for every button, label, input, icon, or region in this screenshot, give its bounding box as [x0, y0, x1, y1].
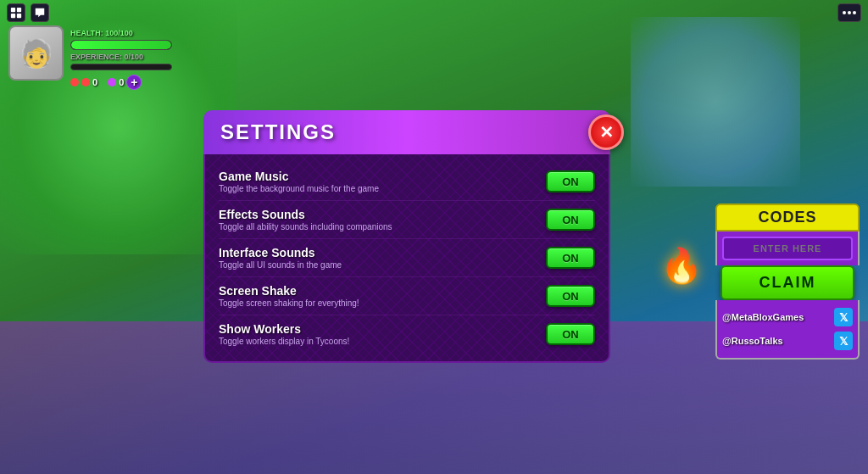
shield-count: 0	[119, 77, 124, 87]
topbar	[0, 0, 868, 25]
setting-text-3: Screen Shake Toggle screen shaking for e…	[219, 284, 546, 308]
avatar: 🧓	[8, 25, 64, 81]
health-bar	[71, 41, 171, 49]
health-label: HEALTH: 100/100	[70, 29, 172, 37]
twitter-icon-0[interactable]: 𝕏	[834, 308, 853, 326]
toggle-btn-2[interactable]: ON	[546, 247, 595, 269]
setting-text-0: Game Music Toggle the background music f…	[219, 170, 546, 193]
hud-stats: 0 0 +	[70, 75, 172, 90]
player-hud: 🧓 HEALTH: 100/100 EXPERIENCE: 0/100 0 0 …	[8, 25, 172, 90]
toggle-btn-4[interactable]: ON	[546, 323, 595, 345]
setting-name-4: Show Workers	[219, 322, 546, 336]
add-stat-button[interactable]: +	[126, 75, 142, 90]
social-name-1: @RussoTalks	[722, 336, 783, 346]
codes-panel: CODES CLAIM @MetaBloxGames 𝕏 @RussoTalks…	[715, 204, 860, 360]
heart-count: 0	[92, 77, 97, 87]
toggle-btn-1[interactable]: ON	[546, 209, 595, 231]
svg-point-4	[843, 11, 846, 14]
setting-desc-1: Toggle all ability sounds including comp…	[219, 222, 546, 231]
close-button[interactable]: ✕	[588, 114, 624, 150]
modal-header: SETTINGS ✕	[203, 110, 610, 154]
codes-input[interactable]	[722, 237, 853, 260]
chat-icon	[34, 7, 46, 19]
toggle-btn-3[interactable]: ON	[546, 285, 595, 307]
setting-desc-4: Toggle workers display in Tycoons!	[219, 337, 546, 346]
svg-point-5	[848, 11, 851, 14]
svg-rect-1	[17, 8, 21, 12]
more-icon	[842, 7, 857, 19]
claim-button[interactable]: CLAIM	[721, 265, 854, 300]
heart-dot	[70, 78, 79, 86]
svg-rect-0	[11, 8, 15, 12]
codes-title: CODES	[715, 204, 860, 231]
stat-shield: 0 +	[108, 75, 142, 90]
grid-icon	[10, 7, 22, 19]
avatar-image: 🧓	[19, 37, 53, 70]
modal-body: Game Music Toggle the background music f…	[203, 154, 610, 363]
codes-footer: @MetaBloxGames 𝕏 @RussoTalks 𝕏	[715, 300, 860, 360]
setting-row: Show Workers Toggle workers display in T…	[219, 315, 595, 353]
setting-row: Interface Sounds Toggle all UI sounds in…	[219, 239, 595, 277]
setting-desc-2: Toggle all UI sounds in the game	[219, 260, 546, 270]
toggle-btn-0[interactable]: ON	[546, 170, 595, 192]
chat-icon-button[interactable]	[31, 3, 49, 22]
social-row-1: @RussoTalks 𝕏	[722, 329, 853, 353]
grid-icon-button[interactable]	[7, 3, 25, 22]
setting-row: Game Music Toggle the background music f…	[219, 163, 595, 201]
svg-rect-2	[11, 14, 15, 18]
shield-dot	[108, 78, 116, 86]
setting-name-0: Game Music	[219, 170, 546, 183]
social-row-0: @MetaBloxGames 𝕏	[722, 305, 853, 329]
social-name-0: @MetaBloxGames	[722, 312, 804, 322]
setting-name-2: Interface Sounds	[219, 246, 546, 259]
topbar-left	[7, 3, 49, 22]
modal-title: SETTINGS	[220, 120, 336, 144]
setting-name-1: Effects Sounds	[219, 208, 546, 221]
setting-row: Screen Shake Toggle screen shaking for e…	[219, 277, 595, 315]
svg-point-6	[853, 11, 856, 14]
exp-label: EXPERIENCE: 0/100	[70, 53, 172, 61]
setting-desc-0: Toggle the background music for the game	[219, 184, 546, 193]
exp-bar-container	[70, 64, 172, 70]
setting-row: Effects Sounds Toggle all ability sounds…	[219, 201, 595, 239]
setting-text-4: Show Workers Toggle workers display in T…	[219, 322, 546, 346]
setting-desc-3: Toggle screen shaking for everything!	[219, 298, 546, 308]
setting-text-2: Interface Sounds Toggle all UI sounds in…	[219, 246, 546, 270]
setting-text-1: Effects Sounds Toggle all ability sounds…	[219, 208, 546, 231]
more-button[interactable]	[837, 3, 861, 22]
heart-dot2	[81, 78, 90, 86]
setting-name-3: Screen Shake	[219, 284, 546, 298]
codes-input-container	[715, 231, 860, 265]
twitter-icon-1[interactable]: 𝕏	[834, 332, 853, 350]
bg-blue-blob	[631, 17, 800, 187]
stat-hearts: 0	[70, 75, 97, 90]
hud-info: HEALTH: 100/100 EXPERIENCE: 0/100 0 0 +	[70, 25, 172, 90]
settings-modal: SETTINGS ✕ Game Music Toggle the backgro…	[203, 110, 610, 363]
svg-rect-3	[17, 14, 21, 18]
health-bar-container	[70, 40, 172, 50]
fire-decoration: 🔥	[660, 246, 703, 286]
